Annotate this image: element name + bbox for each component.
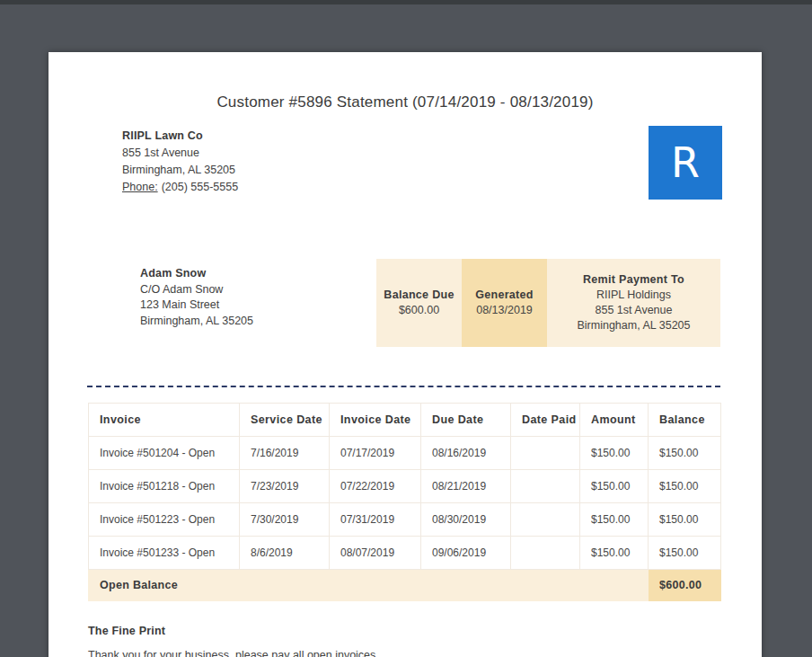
company-name: RIIPL Lawn Co: [122, 128, 238, 145]
balance-due-value: $600.00: [399, 303, 439, 318]
customer-city: Birmingham, AL 35205: [140, 314, 253, 330]
amount-cell: $150.00: [580, 470, 649, 503]
generated-label: Generated: [475, 288, 534, 303]
date-paid-cell: [511, 437, 580, 470]
amount-cell: $150.00: [580, 437, 649, 470]
balance-cell: $150.00: [649, 537, 721, 570]
service-date-cell: 7/23/2019: [240, 470, 330, 503]
statement-title: Customer #5896 Statement (07/14/2019 - 0…: [49, 93, 762, 111]
invoice-table: Invoice Service Date Invoice Date Due Da…: [88, 403, 721, 601]
col-header-service-date: Service Date: [240, 404, 330, 437]
table-row: Invoice #501204 - Open 7/16/2019 07/17/2…: [89, 437, 721, 470]
date-paid-cell: [511, 503, 580, 537]
company-phone-line: Phone:(205) 555-5555: [122, 179, 238, 196]
invoice-cell: Invoice #501218 - Open: [89, 470, 240, 503]
remit-payment-cell: Remit Payment To RIIPL Holdings 855 1st …: [547, 259, 720, 347]
col-header-due-date: Due Date: [421, 404, 511, 437]
table-row: Invoice #501233 - Open 8/6/2019 08/07/20…: [89, 537, 721, 570]
phone-label: Phone:: [122, 179, 158, 196]
col-header-invoice-date: Invoice Date: [330, 404, 421, 437]
date-paid-cell: [511, 470, 580, 503]
remit-address1: 855 1st Avenue: [596, 303, 673, 318]
balance-due-cell: Balance Due $600.00: [376, 259, 462, 347]
document-viewer: Customer #5896 Statement (07/14/2019 - 0…: [0, 0, 812, 657]
col-header-amount: Amount: [580, 404, 649, 437]
company-address-line2: Birmingham, AL 35205: [122, 162, 238, 179]
statement-page: Customer #5896 Statement (07/14/2019 - 0…: [49, 52, 762, 657]
balance-summary-box: Balance Due $600.00 Generated 08/13/2019…: [376, 259, 720, 347]
col-header-balance: Balance: [649, 404, 721, 437]
amount-cell: $150.00: [580, 537, 649, 570]
balance-due-label: Balance Due: [384, 288, 454, 303]
remit-name: RIIPL Holdings: [596, 288, 671, 303]
col-header-date-paid: Date Paid: [511, 404, 580, 437]
logo-r-letter: R: [671, 142, 700, 183]
company-logo: R: [649, 126, 722, 200]
open-balance-label: Open Balance: [89, 570, 649, 601]
balance-cell: $150.00: [649, 437, 721, 470]
table-header-row: Invoice Service Date Invoice Date Due Da…: [89, 404, 721, 437]
open-balance-row: Open Balance $600.00: [89, 570, 721, 601]
due-date-cell: 08/30/2019: [421, 503, 511, 537]
date-paid-cell: [511, 537, 580, 570]
invoice-date-cell: 07/17/2019: [330, 437, 421, 470]
service-date-cell: 8/6/2019: [240, 537, 330, 570]
generated-value: 08/13/2019: [476, 303, 533, 318]
service-date-cell: 7/30/2019: [240, 503, 330, 537]
table-row: Invoice #501223 - Open 7/30/2019 07/31/2…: [89, 503, 721, 537]
remit-label: Remit Payment To: [583, 272, 684, 288]
open-balance-value: $600.00: [649, 570, 721, 601]
due-date-cell: 09/06/2019: [421, 537, 511, 570]
viewer-top-bar: [0, 0, 812, 4]
amount-cell: $150.00: [580, 503, 649, 537]
generated-cell: Generated 08/13/2019: [462, 259, 547, 347]
invoice-cell: Invoice #501204 - Open: [89, 437, 240, 470]
invoice-date-cell: 07/31/2019: [330, 503, 421, 537]
customer-name: Adam Snow: [140, 266, 253, 282]
fine-print-heading: The Fine Print: [88, 625, 165, 637]
phone-number: (205) 555-5555: [162, 181, 238, 193]
table-row: Invoice #501218 - Open 7/23/2019 07/22/2…: [89, 470, 721, 503]
due-date-cell: 08/16/2019: [421, 437, 511, 470]
due-date-cell: 08/21/2019: [421, 470, 511, 503]
balance-cell: $150.00: [649, 470, 721, 503]
dashed-divider: [87, 386, 720, 387]
col-header-invoice: Invoice: [89, 404, 240, 437]
company-address-line1: 855 1st Avenue: [122, 145, 238, 162]
company-address-block: RIIPL Lawn Co 855 1st Avenue Birmingham,…: [122, 128, 238, 196]
customer-address-block: Adam Snow C/O Adam Snow 123 Main Street …: [140, 266, 253, 329]
service-date-cell: 7/16/2019: [240, 437, 330, 470]
balance-cell: $150.00: [649, 503, 721, 537]
invoice-date-cell: 08/07/2019: [330, 537, 421, 570]
invoice-cell: Invoice #501233 - Open: [89, 537, 240, 570]
remit-address2: Birmingham, AL 35205: [577, 318, 690, 333]
customer-care-of: C/O Adam Snow: [140, 282, 253, 298]
invoice-cell: Invoice #501223 - Open: [89, 503, 240, 537]
invoice-date-cell: 07/22/2019: [330, 470, 421, 503]
fine-print-text: Thank you for your business, please pay …: [88, 649, 379, 657]
customer-street: 123 Main Street: [140, 297, 253, 314]
